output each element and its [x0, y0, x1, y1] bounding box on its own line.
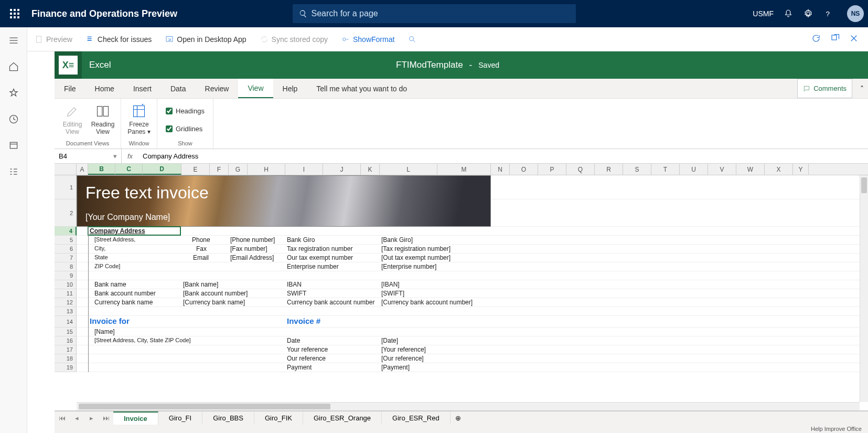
column-headers[interactable]: ABCDEFGHIJKLMNOPQRSTUVWXY [55, 164, 868, 175]
column-header[interactable]: E [181, 164, 210, 175]
column-header[interactable]: C [115, 164, 143, 175]
reading-view-button[interactable]: Reading View [90, 101, 115, 139]
ribbon-tab-tell-me-what-you-want-to-do[interactable]: Tell me what you want to do [307, 79, 416, 98]
spreadsheet-grid[interactable]: ABCDEFGHIJKLMNOPQRSTUVWXY 12456789101112… [55, 164, 868, 411]
refresh-icon[interactable] [811, 34, 821, 45]
column-header[interactable]: O [510, 164, 538, 175]
row-header[interactable]: 19 [55, 363, 77, 372]
row-header[interactable]: 8 [55, 262, 77, 271]
column-header[interactable]: M [437, 164, 491, 175]
sheet-tab-giro_esr_orange[interactable]: Giro_ESR_Orange [303, 411, 382, 425]
row-header[interactable]: 16 [55, 336, 77, 345]
vertical-scrollbar[interactable] [860, 175, 868, 402]
column-header[interactable]: U [680, 164, 708, 175]
row-header[interactable]: 12 [55, 298, 77, 307]
row-header[interactable]: 11 [55, 289, 77, 298]
ribbon-tab-insert[interactable]: Insert [124, 79, 161, 98]
column-header[interactable]: Y [793, 164, 809, 175]
gridlines-checkbox[interactable]: Gridlines [166, 123, 205, 135]
home-icon[interactable] [8, 61, 19, 72]
comments-button[interactable]: Comments [797, 79, 852, 98]
column-header[interactable]: J [323, 164, 361, 175]
row-header[interactable]: 5 [55, 236, 77, 245]
modules-icon[interactable] [8, 166, 19, 177]
close-icon[interactable] [849, 34, 859, 45]
formula-input[interactable]: Company Address [138, 152, 868, 160]
row-header[interactable]: 7 [55, 254, 77, 262]
row-header[interactable]: 2 [55, 199, 77, 227]
column-header[interactable]: S [623, 164, 651, 175]
sheet-tab-giro_bbs[interactable]: Giro_BBS [202, 411, 254, 425]
sheet-tab-giro_esr_red[interactable]: Giro_ESR_Red [382, 411, 451, 425]
horizontal-scrollbar[interactable] [77, 402, 860, 410]
bell-icon[interactable] [783, 8, 794, 19]
check-issues-button[interactable]: Check for issues [83, 33, 155, 46]
sheet-nav-prev-icon[interactable]: ◂ [69, 411, 84, 425]
column-header[interactable]: K [361, 164, 380, 175]
workspace-icon[interactable] [8, 140, 19, 151]
name-box[interactable]: B4▾ [55, 149, 122, 163]
recent-icon[interactable] [8, 113, 19, 125]
ribbon-tab-view[interactable]: View [238, 79, 273, 98]
excel-file-name[interactable]: FTIModTemplate [396, 60, 463, 70]
column-header[interactable]: H [248, 164, 285, 175]
app-launcher-icon[interactable] [4, 3, 25, 24]
column-header[interactable]: D [143, 164, 181, 175]
avatar[interactable]: NS [847, 5, 864, 22]
column-header[interactable]: T [651, 164, 680, 175]
row-header[interactable]: 10 [55, 280, 77, 289]
search-cmd-icon[interactable] [405, 33, 420, 46]
column-header[interactable]: A [77, 164, 88, 175]
add-sheet-icon[interactable]: ⊕ [451, 411, 466, 425]
show-format-button[interactable]: ShowFormat [338, 33, 398, 46]
collapse-ribbon-icon[interactable]: ˄ [855, 79, 868, 98]
row-header[interactable]: 15 [55, 328, 77, 336]
ribbon-tab-data[interactable]: Data [161, 79, 196, 98]
column-header[interactable]: G [229, 164, 248, 175]
column-header[interactable]: Q [566, 164, 595, 175]
row-header[interactable]: 6 [55, 245, 77, 254]
open-desktop-button[interactable]: Open in Desktop App [162, 33, 249, 46]
freeze-panes-button[interactable]: ✱ Freeze Panes ▾ [126, 101, 152, 139]
select-all-corner[interactable] [55, 164, 77, 175]
row-header[interactable]: 17 [55, 345, 77, 354]
row-header[interactable]: 1 [55, 175, 77, 199]
search-input[interactable]: Search for a page [293, 4, 576, 23]
star-icon[interactable] [8, 87, 19, 99]
headings-checkbox[interactable]: Headings [166, 105, 205, 118]
ribbon-tab-home[interactable]: Home [85, 79, 124, 98]
popout-icon[interactable] [830, 34, 840, 45]
column-header[interactable]: P [538, 164, 566, 175]
sheet-tab-giro_fik[interactable]: Giro_FIK [254, 411, 303, 425]
hamburger-icon[interactable] [8, 35, 19, 46]
column-header[interactable]: X [765, 164, 793, 175]
sheet-nav-next-icon[interactable]: ▸ [84, 411, 99, 425]
column-header[interactable]: R [595, 164, 623, 175]
ribbon-tab-file[interactable]: File [55, 79, 85, 98]
cell-text: [Fax number] [230, 245, 267, 252]
fx-icon[interactable]: fx [122, 152, 138, 160]
column-header[interactable]: L [380, 164, 437, 175]
column-header[interactable]: B [88, 164, 115, 175]
row-header[interactable]: 9 [55, 271, 77, 280]
row-header[interactable]: 18 [55, 354, 77, 363]
company-code[interactable]: USMF [753, 9, 774, 18]
help-icon[interactable]: ? [823, 8, 833, 19]
column-header[interactable]: N [491, 164, 510, 175]
column-header[interactable]: V [708, 164, 736, 175]
column-header[interactable]: F [210, 164, 229, 175]
column-header[interactable]: I [285, 164, 323, 175]
row-header[interactable]: 4 [55, 227, 77, 236]
row-header[interactable]: 14 [55, 316, 77, 328]
sheet-nav-last-icon[interactable]: ⏭ [99, 411, 113, 425]
gear-icon[interactable] [803, 8, 813, 19]
preview-button[interactable]: Preview [31, 33, 76, 46]
sheet-nav-first-icon[interactable]: ⏮ [55, 411, 69, 425]
column-header[interactable]: W [736, 164, 765, 175]
row-header[interactable]: 13 [55, 307, 77, 316]
ribbon-tab-review[interactable]: Review [196, 79, 239, 98]
sheet-tab-invoice[interactable]: Invoice [113, 411, 158, 425]
grid-body[interactable]: 1245678910111213141516171819Free text in… [55, 175, 860, 402]
ribbon-tab-help[interactable]: Help [273, 79, 307, 98]
sheet-tab-giro_fi[interactable]: Giro_FI [158, 411, 202, 425]
